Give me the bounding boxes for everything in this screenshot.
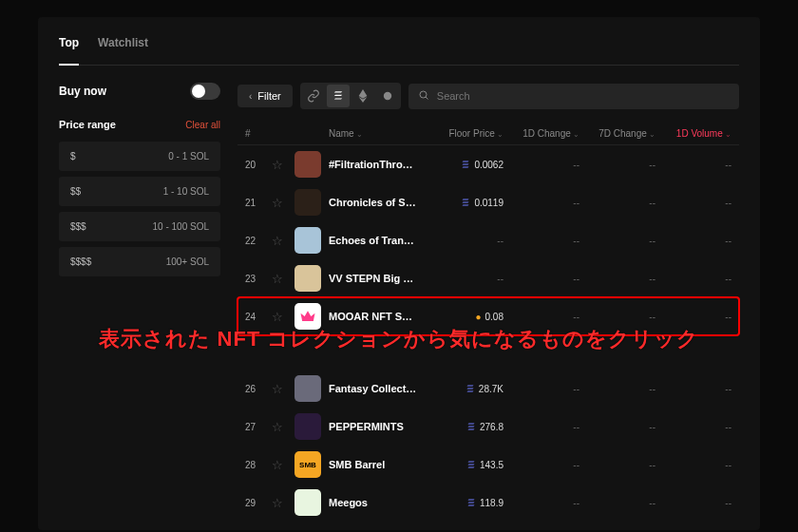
row-rank: 24 [245,312,272,322]
change-7d: -- [580,198,656,208]
collection-thumb: SMB [294,451,321,478]
row-rank: 21 [245,198,272,208]
change-1d: -- [504,384,580,394]
search-icon [418,89,429,104]
change-1d: -- [504,160,580,170]
floor-price: 143.5 [418,460,504,470]
star-icon[interactable]: ☆ [272,196,294,210]
range-value: 10 - 100 SOL [153,221,209,232]
range-symbol: $$$$ [70,256,91,267]
star-icon[interactable]: ☆ [272,382,294,396]
range-value: 100+ SOL [166,256,209,267]
sidebar: Buy now Price range Clear all $0 - 1 SOL… [59,83,220,522]
floor-price: -- [418,274,504,284]
collection-name: SMB Barrel [329,459,418,470]
svg-point-0 [384,92,391,100]
toolbar: ‹ Filter [238,83,739,109]
table-row[interactable]: 26 ☆ Fantasy Collection Elf Vol.1 28.7K … [238,370,739,408]
buynow-toggle[interactable] [190,83,220,100]
table-row[interactable]: 29 ☆ Meegos 118.9 -- -- -- [238,484,739,522]
collection-thumb [294,375,321,402]
collection-thumb [294,303,321,330]
col-1d-change[interactable]: 1D Change [504,128,580,139]
table-row[interactable]: 22 ☆ Echoes of Tranquility -- -- -- -- [238,221,739,259]
col-rank[interactable]: # [245,128,272,139]
star-icon[interactable]: ☆ [272,234,294,248]
range-symbol: $$$ [70,221,86,232]
price-range-item[interactable]: $0 - 1 SOL [59,142,220,171]
volume-1d: -- [656,460,732,470]
star-icon[interactable]: ☆ [272,310,294,324]
volume-1d: -- [656,274,732,284]
star-icon[interactable]: ☆ [272,158,294,172]
change-1d: -- [504,422,580,432]
filter-button[interactable]: ‹ Filter [238,85,293,107]
change-7d: -- [580,160,656,170]
floor-price: 118.9 [418,498,504,508]
row-rank: 29 [245,498,272,508]
change-1d: -- [504,460,580,470]
range-value: 1 - 10 SOL [163,186,209,197]
chain-filter-icon[interactable] [376,85,399,107]
table-row[interactable]: 27 ☆ PEPPERMINTS 276.8 -- -- -- [238,408,739,446]
pricerange-label: Price range [59,119,116,130]
tabs: Top Watchlist [59,36,739,66]
volume-1d: -- [656,498,732,508]
col-name[interactable]: Name [329,128,418,139]
table-row[interactable]: 24 ☆ MOOAR NFT Shards ●0.08 -- -- -- [238,297,739,335]
volume-1d: -- [656,422,732,432]
chevron-left-icon: ‹ [249,91,252,102]
collection-thumb [294,227,321,254]
table-row[interactable]: 20 ☆ #FiltrationThroughTheLens 0.0062 --… [238,145,739,183]
change-7d: -- [580,498,656,508]
star-icon[interactable]: ☆ [272,420,294,434]
table-header: # Name Floor Price 1D Change 7D Change 1… [238,123,739,145]
col-1d-volume[interactable]: 1D Volume [656,128,732,139]
price-range-item[interactable]: $$1 - 10 SOL [59,177,220,206]
range-symbol: $ [70,151,76,162]
range-symbol: $$ [70,186,81,197]
search-field [408,84,739,109]
search-input[interactable] [437,90,730,102]
table-row[interactable]: 21 ☆ Chronicles of Steamwhisker 0.0119 -… [238,183,739,221]
floor-price: 276.8 [418,422,504,432]
row-rank: 23 [245,274,272,284]
clear-all-link[interactable]: Clear all [185,120,220,130]
change-1d: -- [504,498,580,508]
change-7d: -- [580,274,656,284]
tab-watchlist[interactable]: Watchlist [98,36,148,55]
collection-name: #FiltrationThroughTheLens [329,159,418,170]
collection-thumb [294,265,321,292]
floor-price: ●0.08 [418,312,504,322]
collection-name: Echoes of Tranquility [329,235,418,246]
col-7d-change[interactable]: 7D Change [580,128,656,139]
floor-price: 0.0119 [418,198,504,208]
collection-name: Chronicles of Steamwhisker [329,197,418,208]
collection-thumb [294,189,321,216]
table-row[interactable]: 28 ☆ SMB SMB Barrel 143.5 -- -- -- [238,446,739,484]
tab-top[interactable]: Top [59,36,79,66]
star-icon[interactable]: ☆ [272,272,294,286]
collection-thumb [294,489,321,516]
solana-filter-icon[interactable] [327,85,350,107]
collection-name: VV STEPN Big Head GEN [329,273,418,284]
price-range-item[interactable]: $$$10 - 100 SOL [59,212,220,241]
collection-name: MOOAR NFT Shards [329,311,418,322]
volume-1d: -- [656,160,732,170]
row-rank: 28 [245,460,272,470]
star-icon[interactable]: ☆ [272,458,294,472]
price-range-item[interactable]: $$$$100+ SOL [59,247,220,276]
table-row[interactable]: 23 ☆ VV STEPN Big Head GEN -- -- -- -- [238,259,739,297]
link-icon[interactable] [302,85,325,107]
change-7d: -- [580,236,656,246]
ethereum-filter-icon[interactable] [352,85,374,107]
change-1d: -- [504,274,580,284]
star-icon[interactable]: ☆ [272,496,294,510]
row-rank: 22 [245,236,272,246]
collection-name: Meegos [329,497,418,508]
main: ‹ Filter [238,83,739,522]
row-rank: 20 [245,160,272,170]
col-floor[interactable]: Floor Price [418,128,504,139]
floor-price: -- [418,236,504,246]
floor-price: 0.0062 [418,160,504,170]
